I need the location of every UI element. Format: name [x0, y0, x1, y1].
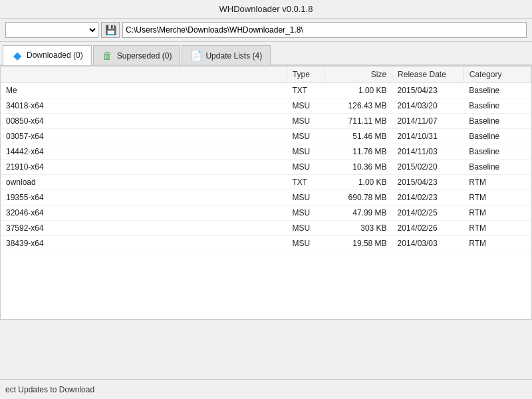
cell-name: ownload — [1, 175, 287, 190]
cell-size: 1.00 KB — [325, 175, 392, 190]
cell-name: 37592-x64 — [1, 221, 287, 236]
tab-superseded[interactable]: 🗑 Superseded (0) — [93, 45, 181, 65]
status-bar: ect Updates to Download — [0, 379, 532, 399]
profile-dropdown[interactable] — [5, 22, 98, 38]
table-row[interactable]: ownload TXT 1.00 KB 2015/04/23 RTM — [1, 175, 531, 190]
cell-category: RTM — [464, 205, 531, 221]
cell-category: Baseline — [464, 114, 531, 129]
cell-name: 38439-x64 — [1, 236, 287, 251]
col-header-date: Release Date — [392, 66, 464, 83]
main-content: Type Size Release Date Category Me TXT 1… — [0, 66, 532, 320]
table-row[interactable]: 37592-x64 MSU 303 KB 2014/02/26 RTM — [1, 221, 531, 236]
table-row[interactable]: Me TXT 1.00 KB 2015/04/23 Baseline — [1, 83, 531, 98]
cell-name: Me — [1, 83, 287, 98]
cell-size: 11.76 MB — [325, 144, 392, 160]
cell-name: 00850-x64 — [1, 114, 287, 129]
save-icon: 💾 — [105, 25, 116, 35]
cell-name: 19355-x64 — [1, 190, 287, 205]
cell-category: RTM — [464, 236, 531, 251]
cell-date: 2014/03/20 — [392, 98, 464, 114]
tab-update-lists-label: Update Lists (4) — [205, 51, 262, 61]
cell-date: 2014/11/07 — [392, 114, 464, 129]
cell-date: 2014/10/31 — [392, 129, 464, 144]
col-header-name — [1, 66, 287, 83]
cell-category: RTM — [464, 175, 531, 190]
cell-date: 2015/02/20 — [392, 160, 464, 175]
cell-date: 2014/02/26 — [392, 221, 464, 236]
cell-type: MSU — [287, 236, 325, 251]
cell-type: MSU — [287, 129, 325, 144]
cell-category: Baseline — [464, 98, 531, 114]
cell-size: 1.00 KB — [325, 83, 392, 98]
cell-date: 2014/11/03 — [392, 144, 464, 160]
save-button[interactable]: 💾 — [101, 22, 120, 38]
cell-name: 14442-x64 — [1, 144, 287, 160]
diamond-icon: ◆ — [11, 49, 23, 61]
cell-date: 2015/04/23 — [392, 175, 464, 190]
cell-size: 711.11 MB — [325, 114, 392, 129]
col-header-category: Category — [464, 66, 531, 83]
cell-category: RTM — [464, 221, 531, 236]
tabs-bar: ◆ Downloaded (0) 🗑 Superseded (0) 📄 Upda… — [0, 42, 532, 66]
cell-category: Baseline — [464, 160, 531, 175]
table-row[interactable]: 19355-x64 MSU 690.78 MB 2014/02/23 RTM — [1, 190, 531, 205]
cell-type: MSU — [287, 221, 325, 236]
cell-size: 690.78 MB — [325, 190, 392, 205]
cell-type: TXT — [287, 175, 325, 190]
cell-date: 2014/02/23 — [392, 190, 464, 205]
cell-category: Baseline — [464, 144, 531, 160]
cell-type: MSU — [287, 190, 325, 205]
trash-icon: 🗑 — [102, 50, 114, 62]
col-header-size: Size — [325, 66, 392, 83]
cell-type: MSU — [287, 98, 325, 114]
table-row[interactable]: 21910-x64 MSU 10.36 MB 2015/02/20 Baseli… — [1, 160, 531, 175]
table-row[interactable]: 14442-x64 MSU 11.76 MB 2014/11/03 Baseli… — [1, 144, 531, 160]
table-header-row: Type Size Release Date Category — [1, 66, 531, 83]
table-row[interactable]: 03057-x64 MSU 51.46 MB 2014/10/31 Baseli… — [1, 129, 531, 144]
cell-type: TXT — [287, 83, 325, 98]
cell-size: 19.58 MB — [325, 236, 392, 251]
doc-icon: 📄 — [190, 50, 202, 62]
cell-size: 303 KB — [325, 221, 392, 236]
col-header-type: Type — [287, 66, 325, 83]
tab-update-lists[interactable]: 📄 Update Lists (4) — [182, 45, 271, 65]
cell-name: 21910-x64 — [1, 160, 287, 175]
cell-type: MSU — [287, 160, 325, 175]
table-row[interactable]: 00850-x64 MSU 711.11 MB 2014/11/07 Basel… — [1, 114, 531, 129]
table-body: Me TXT 1.00 KB 2015/04/23 Baseline 34018… — [1, 83, 531, 251]
cell-date: 2014/02/25 — [392, 205, 464, 221]
table-row[interactable]: 38439-x64 MSU 19.58 MB 2014/03/03 RTM — [1, 236, 531, 251]
cell-category: RTM — [464, 190, 531, 205]
cell-type: MSU — [287, 144, 325, 160]
cell-date: 2014/03/03 — [392, 236, 464, 251]
toolbar: 💾 — [0, 19, 532, 42]
cell-size: 126.43 MB — [325, 98, 392, 114]
table-container[interactable]: Type Size Release Date Category Me TXT 1… — [1, 66, 531, 319]
cell-type: MSU — [287, 205, 325, 221]
cell-type: MSU — [287, 114, 325, 129]
tab-downloaded-label: Downloaded (0) — [27, 51, 83, 60]
cell-category: Baseline — [464, 129, 531, 144]
cell-category: Baseline — [464, 83, 531, 98]
path-input[interactable] — [122, 22, 527, 38]
app-title: WHDownloader v0.0.1.8 — [219, 4, 313, 14]
cell-name: 32046-x64 — [1, 205, 287, 221]
cell-size: 10.36 MB — [325, 160, 392, 175]
cell-date: 2015/04/23 — [392, 83, 464, 98]
table-row[interactable]: 32046-x64 MSU 47.99 MB 2014/02/25 RTM — [1, 205, 531, 221]
tab-downloaded[interactable]: ◆ Downloaded (0) — [3, 45, 92, 65]
tab-superseded-label: Superseded (0) — [117, 51, 172, 61]
table-row[interactable]: 34018-x64 MSU 126.43 MB 2014/03/20 Basel… — [1, 98, 531, 114]
cell-size: 47.99 MB — [325, 205, 392, 221]
cell-name: 34018-x64 — [1, 98, 287, 114]
title-bar: WHDownloader v0.0.1.8 — [0, 0, 532, 19]
updates-table: Type Size Release Date Category Me TXT 1… — [1, 66, 531, 251]
cell-size: 51.46 MB — [325, 129, 392, 144]
cell-name: 03057-x64 — [1, 129, 287, 144]
status-text: ect Updates to Download — [5, 385, 94, 394]
